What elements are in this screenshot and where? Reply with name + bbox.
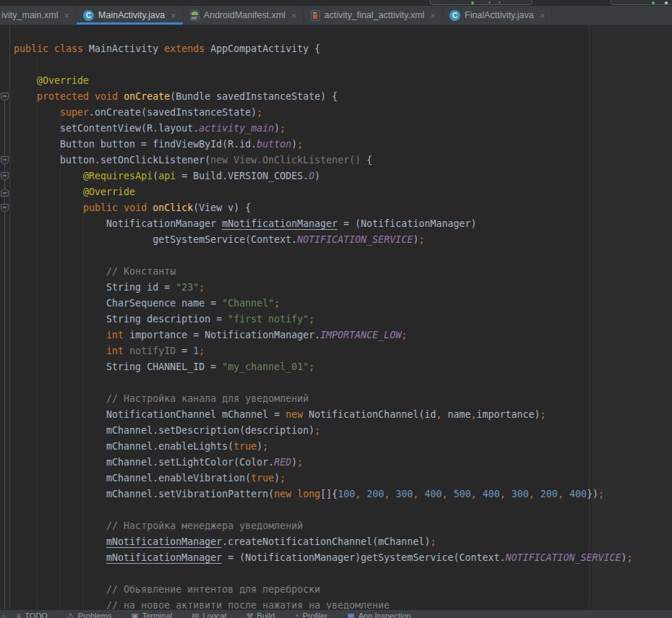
toolbar-partial-button[interactable]: [611, 0, 672, 5]
code-line: setContentView(R.layout.activity_main);: [14, 121, 633, 137]
code-line: // Обьявление интентов для переброски: [14, 582, 633, 598]
java-class-icon: C: [449, 10, 460, 21]
fold-marker-icon[interactable]: [0, 171, 9, 181]
fold-marker-icon[interactable]: [0, 203, 9, 213]
code-editor[interactable]: public class MainActivity extends AppCom…: [0, 25, 672, 609]
logcat-icon: ▤: [191, 612, 199, 618]
code-line: mNotificationManager = (NotificationMana…: [14, 550, 633, 566]
fold-marker-icon[interactable]: [0, 187, 9, 197]
code-line: protected void onCreate(Bundle savedInst…: [14, 89, 633, 105]
code-line: // Настройка менеджера уведомлений: [14, 518, 633, 534]
tab-activity-final-acttivity-xml[interactable]: activity_final_acttivity.xml×: [304, 6, 443, 25]
toolwindow-button-label: Terminal: [142, 611, 173, 618]
toolwindow-button-label: Problems: [78, 611, 111, 618]
toolbar-strip: [0, 0, 672, 6]
layout-file-icon: [311, 10, 320, 21]
code-line: String description = "first notify";: [14, 312, 633, 327]
code-line: mChannel.setLightColor(Color.RED);: [14, 455, 633, 471]
run-status-dot: [652, 1, 655, 4]
toolwindow-button-problems[interactable]: ⚠Problems: [67, 611, 111, 618]
toolwindow-button-label: Logcat: [203, 611, 227, 618]
code-line: [14, 375, 633, 391]
toolbar-dot: [499, 1, 501, 4]
code-line: int importance = NotificationManager.IMP…: [14, 327, 633, 343]
code-line: // Настройка канала для уведомлений: [14, 391, 633, 407]
code-line: String CHANNEL_ID = "my_channel_01";: [14, 359, 633, 375]
close-icon[interactable]: ×: [291, 11, 297, 20]
profiler-icon: ◔: [294, 612, 299, 618]
fold-marker-icon[interactable]: [0, 92, 9, 102]
fold-marker-icon[interactable]: [0, 155, 9, 166]
code-line: button.setOnClickListener(new View.OnCli…: [14, 153, 633, 168]
code-line: Button button = findViewById(R.id.button…: [14, 137, 633, 153]
tab-androidmanifest-xml[interactable]: AndroidManifest.xml×: [184, 6, 304, 25]
toolwindow-button-label: Build: [257, 611, 275, 618]
tab-label: ivity_main.xml: [1, 10, 59, 20]
code-line: mNotificationManager.createNotificationC…: [14, 534, 633, 550]
problems-icon: ⚠: [67, 612, 74, 618]
toolwindow-button-build[interactable]: ⚒Build: [246, 611, 275, 618]
toolbar-dot: [488, 1, 491, 4]
toolwindow-button-label: TODO: [25, 611, 48, 618]
code-line: mChannel.enableLights(true);: [14, 439, 633, 455]
terminal-icon: ▣: [131, 612, 138, 618]
tab-ivity-main-xml[interactable]: ivity_main.xml×: [0, 6, 77, 25]
code-line: mChannel.setVibrationPattern(new long[]{…: [14, 486, 633, 502]
code-line: mChannel.setDescription(description);: [14, 423, 633, 439]
run-status-dot: [471, 1, 474, 4]
app-inspection-icon: ▦: [348, 612, 355, 618]
toolwindow-button-label: Profiler: [303, 611, 328, 618]
tab-label: FinalActtivity.java: [465, 10, 534, 20]
code-line: [14, 566, 633, 582]
code-line: getSystemService(Context.NOTIFICATION_SE…: [14, 232, 633, 248]
close-icon[interactable]: ×: [64, 11, 70, 20]
tab-mainactivity-java[interactable]: CMainActivity.java×: [77, 6, 184, 25]
build-icon: ⚒: [246, 612, 254, 618]
tab-finalacttivity-java[interactable]: CFinalActtivity.java×: [443, 6, 552, 25]
toolbar-partial-button[interactable]: [430, 0, 533, 5]
code-line: super.onCreate(savedInstanceState);: [14, 105, 633, 121]
toolwindow-button-terminal[interactable]: ▣Terminal: [131, 611, 172, 618]
toolwindow-button-logcat[interactable]: ▤Logcat: [191, 611, 226, 618]
toolwindow-button-app-inspection[interactable]: ▦App Inspection: [348, 611, 411, 618]
code-line: @Override: [14, 73, 633, 89]
code-line: mChannel.enableVibration(true);: [14, 471, 633, 486]
tab-label: AndroidManifest.xml: [204, 10, 285, 20]
toolwindow-button-todo[interactable]: ≡TODO: [17, 611, 48, 618]
tool-window-bar: ▫≡TODO⚠Problems▣Terminal▤Logcat⚒Build◔Pr…: [0, 609, 672, 618]
code-line: [14, 57, 633, 73]
toolwindow-button-label: App Inspection: [358, 611, 411, 618]
code-line: public class MainActivity extends AppCom…: [14, 41, 633, 57]
editor-tab-bar: ivity_main.xml×CMainActivity.java×Androi…: [0, 6, 672, 25]
todo-icon: ≡: [17, 612, 21, 618]
close-icon[interactable]: ×: [430, 11, 436, 20]
java-class-icon: C: [83, 10, 94, 21]
code-line: CharSequence name = "Channel";: [14, 296, 633, 312]
code-line: int notifyID = 1;: [14, 343, 633, 359]
code-line: [14, 248, 633, 264]
code-line: @RequiresApi(api = Build.VERSION_CODES.O…: [14, 168, 633, 184]
ide-window: ivity_main.xml×CMainActivity.java×Androi…: [0, 0, 672, 618]
code-line: @Override: [14, 184, 633, 200]
manifest-file-icon: [190, 10, 199, 21]
code-line: // на новое активити после нажатия на ув…: [14, 598, 633, 609]
code-line: String id = "23";: [14, 280, 633, 296]
code-line: NotificationManager mNotificationManager…: [14, 216, 633, 232]
tab-label: MainActivity.java: [98, 10, 165, 20]
code-line: [14, 502, 633, 518]
toolwindow-button-profiler[interactable]: ◔Profiler: [294, 611, 328, 618]
code-line: // Константы: [14, 264, 633, 280]
close-icon[interactable]: ×: [540, 11, 546, 20]
toolbar-dot: [665, 1, 668, 4]
code-line: NotificationChannel mChannel = new Notif…: [14, 407, 633, 423]
code-area[interactable]: public class MainActivity extends AppCom…: [0, 25, 633, 609]
close-icon[interactable]: ×: [171, 11, 176, 20]
tab-label: activity_final_acttivity.xml: [324, 10, 425, 20]
code-line: public void onClick(View v) {: [14, 200, 633, 216]
window-edge-icon: ▫: [2, 611, 5, 618]
